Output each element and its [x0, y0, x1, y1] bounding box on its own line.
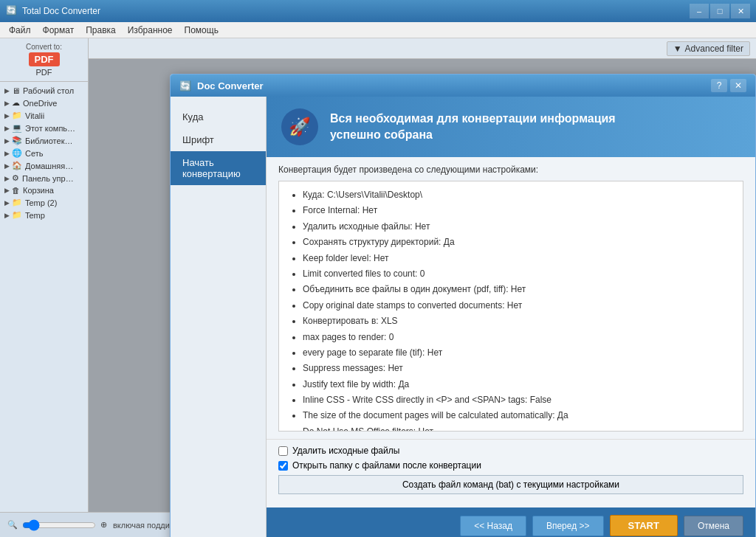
setting-item: Suppress messages: Нет	[303, 361, 734, 375]
setting-item: Limit converted files to count: 0	[303, 266, 734, 281]
tree-item-vitalii[interactable]: ▶ 📁 Vitalii	[0, 109, 88, 122]
settings-intro: Конвертация будет произведена со следующ…	[278, 164, 743, 175]
file-tree: ▶ 🖥 Рабочий стол ▶ ☁ OneDrive ▶ 📁 Vitali…	[0, 82, 89, 512]
minimize-button[interactable]: –	[690, 4, 709, 18]
delete-source-label: Удалить исходные файлы	[292, 446, 399, 456]
dialog-content: 🚀 Вся необходимая для конвертации информ…	[267, 97, 755, 537]
tree-item-control-panel[interactable]: ▶ ⚙ Панель упр…	[0, 172, 88, 184]
home-icon: 🏠	[12, 161, 22, 170]
create-bat-button[interactable]: Создать файл команд (bat) с текущими нас…	[278, 475, 743, 494]
nav-item-where[interactable]: Куда	[171, 105, 266, 128]
zoom-slider[interactable]	[22, 519, 96, 531]
open-folder-checkbox[interactable]	[278, 461, 288, 471]
window-controls: – □ ✕	[690, 4, 750, 18]
tree-label: Домашняя…	[25, 162, 73, 170]
tree-item-computer[interactable]: ▶ 💻 Этот компь…	[0, 122, 88, 134]
arrow-icon: ▶	[4, 212, 10, 219]
setting-item: Удалить исходные файлы: Нет	[303, 219, 734, 234]
zoom-control: 🔍 ⊕	[7, 519, 107, 531]
tree-item-temp2[interactable]: ▶ 📁 Temp (2)	[0, 196, 88, 209]
arrow-icon: ▶	[4, 125, 10, 132]
dialog-header-text: Вся необходимая для конвертации информац…	[330, 111, 616, 144]
settings-icon: ⚙	[12, 173, 19, 183]
folder-icon: 📁	[12, 198, 22, 207]
dialog-footer: Удалить исходные файлы Открыть папку с ф…	[267, 439, 755, 507]
onedrive-icon: ☁	[12, 98, 20, 108]
tree-label: Temp	[25, 211, 45, 220]
menu-edit[interactable]: Правка	[80, 24, 122, 37]
zoom-plus-icon: ⊕	[100, 520, 107, 530]
tree-label: Корзина	[23, 186, 54, 195]
menu-file[interactable]: Файл	[3, 24, 37, 37]
format-label: PDF	[36, 68, 52, 77]
setting-item: Объединить все файлы в один документ (pd…	[303, 282, 734, 297]
setting-item: Inline CSS - Write CSS directly in <P> a…	[303, 392, 734, 407]
setting-item: Куда: C:\Users\Vitalii\Desktop\	[303, 187, 734, 202]
dialog-body: Куда Шрифт Начать конвертацию 🚀 Вся необ…	[171, 97, 755, 537]
dialog-overlay: 🔄 Doc Converter ? ✕ Куда Шрифт Начать ко…	[89, 59, 756, 512]
tree-item-home[interactable]: ▶ 🏠 Домашняя…	[0, 159, 88, 172]
dialog-nav: Куда Шрифт Начать конвертацию	[171, 97, 267, 537]
app-body: Convert to: PDF PDF ▶ 🖥 Рабочий стол ▶ ☁…	[0, 38, 756, 512]
setting-item: Justify text file by width: Да	[303, 377, 734, 392]
menu-format[interactable]: Формат	[37, 24, 80, 37]
start-button[interactable]: START	[610, 515, 678, 536]
tree-item-library[interactable]: ▶ 📚 Библиотек…	[0, 134, 88, 147]
arrow-icon: ▶	[4, 100, 10, 107]
dialog-close-button[interactable]: ✕	[730, 79, 746, 92]
right-panel: ▼ Advanced filter 🔄 Doc Converter ? ✕	[89, 38, 756, 512]
setting-item: Сохранять структуру директорий: Да	[303, 235, 734, 249]
zoom-minus-icon: 🔍	[7, 520, 18, 530]
title-bar: 🔄 Total Doc Converter – □ ✕	[0, 0, 756, 22]
open-folder-row: Открыть папку с файлами после конвертаци…	[278, 460, 743, 471]
dialog-settings-area: Конвертация будет произведена со следующ…	[267, 157, 755, 439]
tree-label: Библиотек…	[25, 136, 72, 145]
dialog-titlebar: 🔄 Doc Converter ? ✕	[171, 75, 755, 97]
back-button[interactable]: << Назад	[460, 516, 526, 536]
tree-label: Temp (2)	[25, 198, 57, 207]
tree-item-recycle[interactable]: ▶ 🗑 Корзина	[0, 184, 88, 196]
menu-favorites[interactable]: Избранное	[122, 24, 179, 37]
close-window-button[interactable]: ✕	[731, 4, 750, 18]
arrow-icon: ▶	[4, 150, 10, 157]
menu-help[interactable]: Помощь	[179, 24, 224, 37]
nav-item-font[interactable]: Шрифт	[171, 128, 266, 151]
tree-item-onedrive[interactable]: ▶ ☁ OneDrive	[0, 97, 88, 109]
delete-source-checkbox[interactable]	[278, 446, 288, 456]
app-icon: 🔄	[6, 5, 18, 17]
delete-source-row: Удалить исходные файлы	[278, 446, 743, 456]
forward-button[interactable]: Вперед >>	[532, 516, 604, 536]
folder-icon: 📁	[12, 111, 22, 120]
setting-item: Конвертировать в: XLS	[303, 313, 734, 328]
maximize-button[interactable]: □	[710, 4, 729, 18]
cancel-button[interactable]: Отмена	[684, 516, 743, 536]
tree-label: OneDrive	[23, 99, 57, 108]
dialog-help-button[interactable]: ?	[711, 79, 727, 92]
library-icon: 📚	[12, 136, 22, 145]
arrow-icon: ▶	[4, 112, 10, 119]
menu-bar: Файл Формат Правка Избранное Помощь	[0, 22, 756, 38]
arrow-icon: ▶	[4, 175, 10, 182]
computer-icon: 💻	[12, 123, 22, 133]
arrow-icon: ▶	[4, 87, 10, 94]
setting-item: Keep folder level: Нет	[303, 251, 734, 266]
network-icon: 🌐	[12, 148, 22, 158]
dialog-actions: << Назад Вперед >> START Отмена	[267, 507, 755, 537]
advanced-filter-button[interactable]: ▼ Advanced filter	[667, 41, 750, 56]
app-title: Total Doc Converter	[22, 6, 690, 16]
setting-item: Do Not Use MS Office filters: Нет	[303, 424, 734, 432]
advanced-filter-label: Advanced filter	[685, 44, 743, 54]
setting-item: max pages to render: 0	[303, 330, 734, 344]
settings-box[interactable]: Куда: C:\Users\Vitalii\Desktop\ Force In…	[278, 181, 743, 432]
recycle-icon: 🗑	[12, 186, 20, 195]
advanced-filter-bar: ▼ Advanced filter	[89, 38, 756, 59]
nav-item-start[interactable]: Начать конвертацию	[171, 151, 266, 185]
arrow-icon: ▶	[4, 162, 10, 170]
tree-item-network[interactable]: ▶ 🌐 Сеть	[0, 147, 88, 159]
arrow-icon: ▶	[4, 187, 10, 194]
arrow-icon: ▶	[4, 137, 10, 145]
tree-item-desktop[interactable]: ▶ 🖥 Рабочий стол	[0, 85, 88, 97]
tree-item-temp[interactable]: ▶ 📁 Temp	[0, 209, 88, 221]
tree-label: Vitalii	[25, 111, 44, 120]
setting-item: every page to separate file (tif): Нет	[303, 345, 734, 360]
